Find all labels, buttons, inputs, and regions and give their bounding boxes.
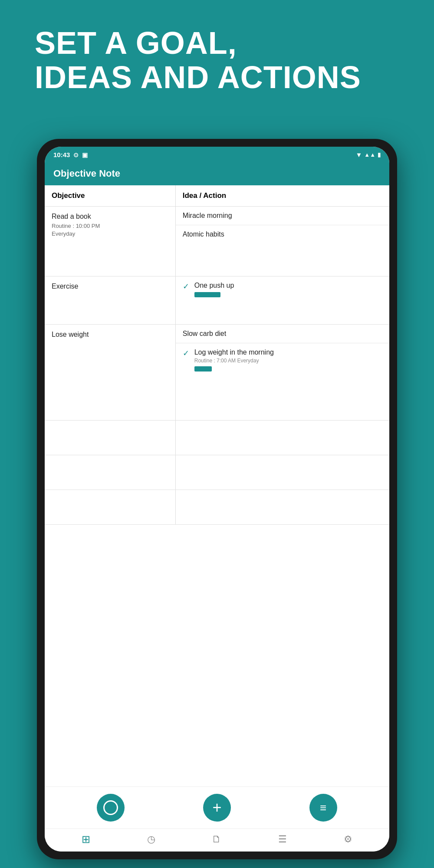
progress-bar — [194, 366, 212, 372]
idea-item[interactable]: Slow carb diet — [176, 325, 389, 343]
idea-item[interactable]: ✓ Log weight in the morning Routine : 7:… — [176, 343, 389, 377]
table-row: Lose weight Slow carb diet ✓ Log weight … — [45, 325, 389, 421]
hero-line1: SET A GOAL, — [35, 26, 399, 60]
list-nav-item[interactable]: ☰ — [278, 834, 287, 845]
hero-line2: IDEAS AND ACTIONS — [35, 60, 399, 95]
status-bar: 10:43 ⊙ ▣ ▼ ▲▲ ▮ — [45, 147, 389, 162]
objective-title: Lose weight — [52, 331, 168, 339]
objective-title: Read a book — [52, 213, 168, 220]
idea-text: One push up — [194, 282, 234, 289]
objective-column-header: Objective — [45, 185, 176, 206]
empty-ideas — [176, 421, 389, 455]
objective-cell: Lose weight — [45, 325, 176, 420]
battery-icon: ▮ — [378, 151, 381, 158]
idea-text: Miracle morning — [183, 212, 232, 220]
idea-item[interactable]: Miracle morning — [176, 207, 389, 225]
app-title: Objective Note — [53, 168, 120, 179]
add-button[interactable]: + — [203, 794, 231, 822]
idea-text: Slow carb diet — [183, 330, 227, 338]
status-right: ▼ ▲▲ ▮ — [355, 151, 381, 158]
objective-cell: Exercise — [45, 276, 176, 324]
clock-icon: ◷ — [147, 834, 155, 845]
card-icon: ▣ — [82, 151, 88, 158]
table-body: Read a book Routine : 10:00 PMEveryday M… — [45, 207, 389, 786]
checkmark-icon: ✓ — [183, 349, 189, 358]
circle-icon: ⊙ — [73, 151, 79, 158]
idea-text-block: One push up — [194, 282, 234, 297]
idea-item[interactable]: ✓ One push up — [176, 276, 389, 302]
grid-nav-item[interactable]: ⊞ — [82, 833, 90, 845]
empty-objective — [45, 421, 176, 455]
idea-text: Log weight in the morning — [194, 349, 274, 356]
empty-row — [45, 455, 389, 490]
gear-icon: ⚙ — [344, 834, 352, 845]
table-row: Read a book Routine : 10:00 PMEveryday M… — [45, 207, 389, 276]
checkmark-icon: ✓ — [183, 282, 189, 291]
document-icon: 🗋 — [212, 834, 221, 845]
status-left: 10:43 ⊙ ▣ — [53, 151, 88, 158]
empty-objective — [45, 455, 176, 490]
objective-cell: Read a book Routine : 10:00 PMEveryday — [45, 207, 176, 276]
ideas-cell: Slow carb diet ✓ Log weight in the morni… — [176, 325, 389, 420]
table-header: Objective Idea / Action — [45, 185, 389, 207]
history-nav-item[interactable]: ◷ — [147, 834, 155, 845]
empty-row — [45, 421, 389, 455]
notes-nav-item[interactable]: 🗋 — [212, 834, 221, 845]
ideas-cell: ✓ One push up — [176, 276, 389, 324]
settings-nav-item[interactable]: ⚙ — [344, 834, 352, 845]
empty-ideas — [176, 455, 389, 490]
idea-item[interactable]: Atomic habits — [176, 225, 389, 243]
idea-text: Atomic habits — [183, 230, 224, 238]
app-bar: Objective Note — [45, 162, 389, 185]
idea-column-header: Idea / Action — [176, 185, 389, 206]
objective-title: Exercise — [52, 283, 168, 290]
phone-screen: 10:43 ⊙ ▣ ▼ ▲▲ ▮ Objective Note Objectiv… — [45, 147, 389, 852]
bottom-nav: ⊞ ◷ 🗋 ☰ ⚙ — [45, 829, 389, 852]
hero-section: SET A GOAL, IDEAS AND ACTIONS — [35, 26, 399, 95]
menu-button[interactable]: ≡ — [309, 794, 337, 822]
signal-icon: ▲▲ — [364, 151, 375, 158]
time-display: 10:43 — [53, 151, 70, 158]
progress-bar — [194, 292, 220, 297]
hamburger-icon: ≡ — [320, 802, 326, 813]
ideas-cell: Miracle morning Atomic habits — [176, 207, 389, 276]
list-icon: ☰ — [278, 834, 287, 845]
table-row: Exercise ✓ One push up — [45, 276, 389, 325]
phone-frame: 10:43 ⊙ ▣ ▼ ▲▲ ▮ Objective Note Objectiv… — [37, 139, 397, 859]
fab-area: + ≡ — [45, 786, 389, 829]
wifi-icon: ▼ — [355, 151, 362, 158]
idea-routine: Routine : 7:00 AM Everyday — [194, 358, 274, 364]
table-container: Objective Idea / Action Read a book Rout… — [45, 185, 389, 786]
camera-icon — [103, 800, 118, 815]
empty-row — [45, 490, 389, 525]
plus-icon: + — [212, 800, 221, 815]
idea-text-block: Log weight in the morning Routine : 7:00… — [194, 349, 274, 372]
empty-objective — [45, 490, 176, 524]
grid-icon: ⊞ — [82, 833, 90, 845]
empty-ideas — [176, 490, 389, 524]
camera-button[interactable] — [97, 794, 125, 822]
objective-routine: Routine : 10:00 PMEveryday — [52, 222, 168, 238]
